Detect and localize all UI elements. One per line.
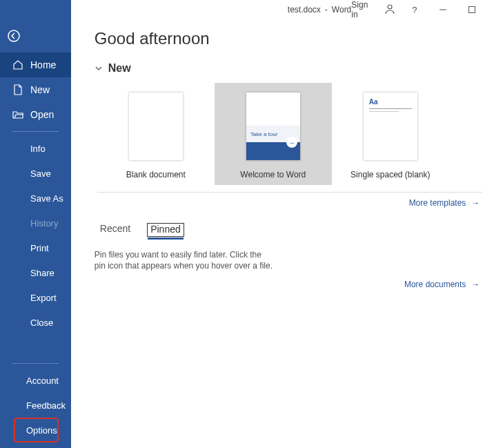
nav-save-as[interactable]: Save As (0, 186, 71, 211)
svg-rect-3 (468, 7, 475, 13)
more-templates-link[interactable]: More templates → (95, 198, 483, 208)
maximize-button[interactable] (462, 0, 482, 19)
template-single-label: Single spaced (blank) (350, 170, 430, 179)
open-folder-icon (12, 109, 23, 120)
sign-in-link[interactable]: Sign in (351, 0, 375, 19)
minimize-button[interactable] (434, 0, 453, 19)
close-button[interactable] (491, 0, 494, 19)
backstage-sidebar: Home New Open Info Save Save As History … (0, 0, 71, 448)
chevron-down-icon (95, 64, 103, 72)
nav-feedback[interactable]: Feedback (0, 393, 71, 418)
greeting-heading: Good afternoon (95, 29, 483, 48)
nav-save[interactable]: Save (0, 161, 71, 186)
pinned-empty-message: Pin files you want to easily find later.… (95, 249, 274, 271)
new-section-label: New (108, 62, 131, 75)
arrow-right-icon: → (286, 137, 297, 148)
account-icon[interactable] (384, 3, 395, 17)
nav-close[interactable]: Close (0, 310, 71, 335)
template-welcome[interactable]: Take a tour → Welcome to Word (215, 83, 332, 185)
nav-new-label: New (30, 84, 50, 95)
new-section-header[interactable]: New (95, 62, 483, 75)
template-blank-thumb (129, 92, 183, 160)
nav-new[interactable]: New (0, 77, 71, 102)
nav-info[interactable]: Info (0, 136, 71, 161)
nav-account[interactable]: Account (0, 368, 71, 393)
nav-home-label: Home (30, 59, 56, 70)
nav-home[interactable]: Home (0, 52, 71, 77)
doc-tabs: Recent Pinned (100, 223, 483, 237)
tab-pinned[interactable]: Pinned (147, 223, 184, 237)
template-welcome-thumb: Take a tour → (246, 92, 300, 160)
more-documents-link[interactable]: More documents → (95, 280, 483, 289)
title-bar: test.docx - Word Sign in ? (71, 0, 494, 19)
help-button[interactable]: ? (405, 0, 424, 19)
arrow-right-icon: → (471, 280, 480, 289)
nav-export[interactable]: Export (0, 285, 71, 310)
nav-print[interactable]: Print (0, 235, 71, 260)
nav-separator (12, 131, 59, 132)
nav-separator-bottom (12, 363, 59, 364)
template-single-thumb: Aa (364, 92, 417, 160)
nav-share[interactable]: Share (0, 260, 71, 285)
arrow-right-icon: → (471, 198, 480, 208)
back-button[interactable] (0, 22, 28, 50)
app-name: Word (332, 5, 351, 14)
nav-open[interactable]: Open (0, 102, 71, 127)
nav-options[interactable]: Options (14, 418, 59, 442)
new-doc-icon (12, 84, 23, 95)
more-templates-label: More templates (409, 198, 466, 208)
svg-point-1 (388, 5, 392, 9)
template-welcome-label: Welcome to Word (240, 170, 306, 179)
more-documents-label: More documents (404, 280, 466, 289)
templates-rule (97, 192, 483, 193)
tab-recent[interactable]: Recent (100, 223, 130, 237)
title-sep: - (325, 5, 328, 14)
template-single-spaced[interactable]: Aa Single spaced (blank) (332, 83, 449, 185)
nav-open-label: Open (30, 109, 54, 120)
nav-history: History (0, 211, 71, 235)
doc-filename: test.docx (288, 5, 321, 14)
home-icon (12, 59, 23, 70)
templates-row: Blank document Take a tour → Welcome to … (97, 83, 483, 185)
template-blank[interactable]: Blank document (97, 83, 215, 185)
svg-point-0 (8, 30, 19, 41)
main-area: test.docx - Word Sign in ? Good afternoo… (71, 0, 494, 448)
template-blank-label: Blank document (126, 170, 186, 179)
